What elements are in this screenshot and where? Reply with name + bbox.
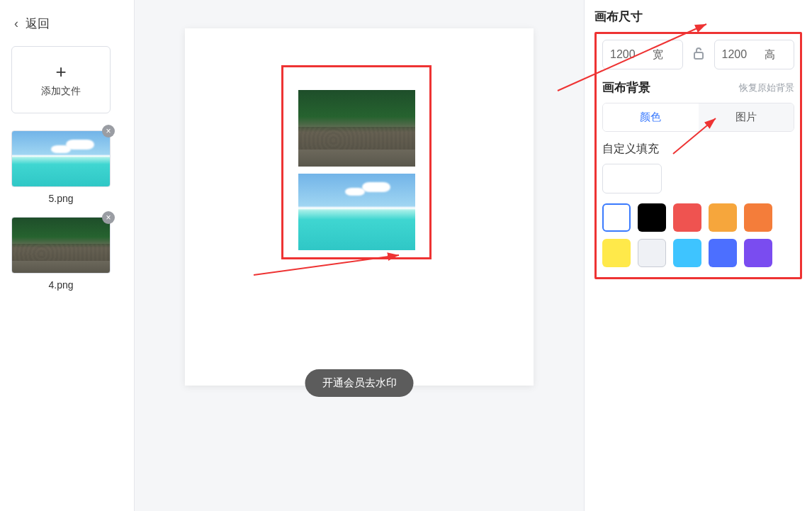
color-swatch[interactable] (744, 203, 772, 232)
width-input[interactable]: 宽 (602, 40, 683, 69)
restore-bg-button[interactable]: 恢复原始背景 (739, 82, 794, 94)
close-icon[interactable]: × (102, 125, 115, 137)
color-swatch-row (602, 203, 794, 267)
canvas-image[interactable] (298, 174, 415, 250)
color-swatch[interactable] (638, 203, 666, 232)
lock-aspect-icon[interactable] (690, 45, 707, 64)
plus-icon: + (55, 62, 66, 81)
canvas-page[interactable]: 开通会员去水印 (185, 28, 534, 386)
height-suffix: 高 (765, 48, 775, 62)
color-swatch[interactable] (673, 203, 701, 232)
canvas-size-row: 宽 高 (602, 40, 794, 69)
height-value[interactable] (722, 48, 765, 61)
thumbnail-name: 4.png (11, 279, 111, 291)
sidebar: ‹ 返回 + 添加文件 × 5.png × 4.png (0, 0, 135, 511)
close-icon[interactable]: × (102, 211, 115, 224)
tab-color[interactable]: 颜色 (603, 103, 699, 131)
thumbnail-image (11, 130, 111, 187)
color-swatch[interactable] (709, 203, 737, 232)
width-suffix: 宽 (653, 48, 663, 62)
color-swatch[interactable] (602, 203, 631, 232)
add-file-label: 添加文件 (41, 85, 81, 98)
back-label: 返回 (26, 16, 50, 32)
height-input[interactable]: 高 (714, 40, 795, 69)
back-button[interactable]: ‹ 返回 (11, 7, 123, 46)
thumbnail-item[interactable]: × (11, 217, 111, 274)
color-swatch[interactable] (744, 239, 772, 267)
annotation-box (281, 65, 432, 259)
thumbnail-image (11, 217, 111, 274)
custom-fill-label: 自定义填充 (602, 142, 794, 157)
tab-image[interactable]: 图片 (699, 103, 794, 131)
thumbnail-name: 5.png (11, 193, 111, 204)
remove-watermark-button[interactable]: 开通会员去水印 (305, 369, 414, 397)
chevron-left-icon: ‹ (14, 16, 18, 31)
color-swatch[interactable] (638, 239, 666, 267)
color-swatch[interactable] (673, 239, 701, 267)
color-swatch[interactable] (602, 239, 631, 267)
width-value[interactable] (610, 48, 653, 61)
add-file-button[interactable]: + 添加文件 (11, 46, 111, 113)
color-swatch[interactable] (709, 239, 737, 267)
canvas-size-title: 画布尺寸 (594, 9, 802, 25)
thumbnail-item[interactable]: × (11, 130, 111, 187)
properties-panel: 画布尺寸 宽 高 画布背景 恢复原始背景 颜色 (584, 0, 812, 511)
custom-color-swatch[interactable] (602, 164, 662, 193)
bg-mode-tabs: 颜色 图片 (602, 103, 794, 132)
annotation-box: 宽 高 画布背景 恢复原始背景 颜色 图片 自定义填充 (594, 32, 802, 279)
canvas-area: 开通会员去水印 (135, 0, 584, 511)
svg-rect-3 (694, 52, 703, 59)
canvas-image[interactable] (298, 90, 415, 167)
canvas-bg-title: 画布背景 (602, 79, 650, 96)
